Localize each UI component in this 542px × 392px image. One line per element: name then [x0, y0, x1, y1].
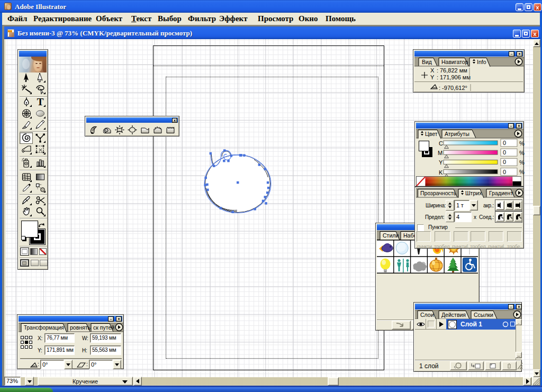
svg-text::: : — [437, 74, 438, 80]
svg-text:Атрибуты: Атрибуты — [445, 131, 469, 137]
svg-text:171,906 мм: 171,906 мм — [440, 74, 471, 80]
svg-text:Штрих: Штрих — [465, 190, 482, 196]
svg-text:Стили: Стили — [383, 232, 399, 239]
svg-text:T: T — [37, 96, 44, 107]
svg-text:Info: Info — [477, 59, 486, 65]
svg-text:Вид: Вид — [422, 59, 432, 65]
svg-text:Навигатор: Навигатор — [441, 59, 468, 65]
svg-text:%: % — [519, 159, 525, 166]
svg-text:ровнять: ровнять — [70, 324, 91, 331]
svg-text:Трансформация: Трансформация — [24, 325, 64, 331]
svg-text:%: % — [519, 140, 525, 147]
svg-text:0: 0 — [503, 169, 506, 175]
svg-text:Слои: Слои — [420, 312, 434, 318]
svg-text:Ссылки: Ссылки — [474, 312, 493, 318]
svg-text:0: 0 — [503, 159, 506, 165]
svg-text:0: 0 — [503, 149, 506, 156]
svg-text:X: X — [430, 67, 435, 74]
svg-text:M: M — [438, 150, 442, 156]
svg-text:0: 0 — [503, 140, 506, 146]
svg-text:Прозрачность: Прозрачность — [420, 190, 457, 196]
svg-text:: -970,612°: : -970,612° — [439, 85, 467, 91]
svg-text:Градиент: Градиент — [489, 190, 513, 196]
svg-text:%: % — [519, 169, 525, 175]
svg-text:K: K — [439, 169, 443, 176]
svg-text:C: C — [439, 140, 443, 147]
svg-text:Y: Y — [439, 159, 443, 166]
svg-text::: : — [437, 67, 438, 74]
svg-text:ск путей: ск путей — [93, 324, 114, 331]
svg-text:76,822 мм: 76,822 мм — [440, 67, 467, 74]
svg-text:Цвет: Цвет — [425, 131, 438, 137]
svg-text:Y: Y — [430, 74, 435, 80]
svg-text:%: % — [519, 150, 525, 156]
svg-text:Действия: Действия — [441, 312, 466, 318]
